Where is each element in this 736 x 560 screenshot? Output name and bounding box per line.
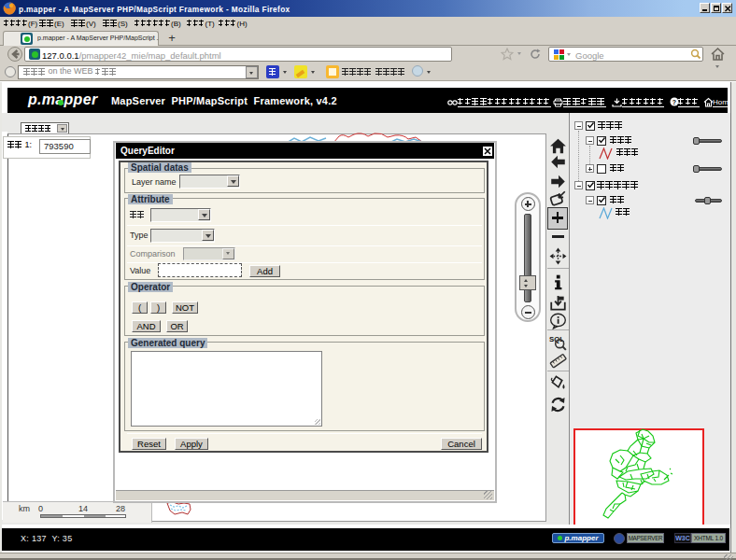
- svg-text:SQL: SQL: [549, 335, 564, 343]
- svg-text:?: ?: [672, 99, 676, 105]
